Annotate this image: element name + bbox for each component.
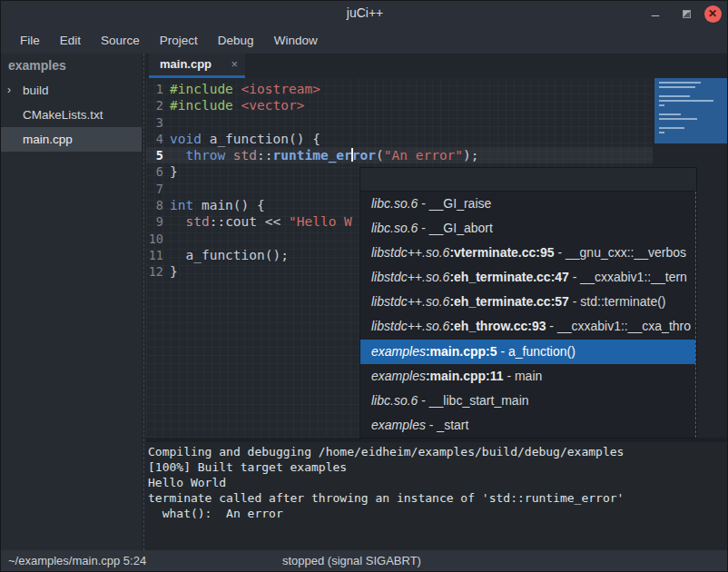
- code-token: std: [233, 148, 257, 163]
- frame-function: - main: [504, 369, 543, 383]
- code-token: [170, 148, 185, 163]
- terminal-line: terminate called after throwing an insta…: [148, 490, 728, 506]
- stack-frame-row[interactable]: examples:main.cpp:11 - main: [360, 364, 695, 389]
- frame-function: - __libc_start_main: [418, 393, 528, 408]
- terminal-output[interactable]: Compiling and debugging /home/eidheim/ex…: [146, 442, 728, 550]
- terminal-line: what(): An error: [148, 506, 728, 521]
- menu-source[interactable]: Source: [91, 30, 150, 51]
- frame-function: - a_function(): [497, 344, 576, 359]
- frame-library: libstdc++.so.6: [371, 294, 449, 309]
- frame-file: :main.cpp:5: [426, 344, 497, 359]
- frame-library: libc.so.6: [371, 196, 418, 211]
- terminal-line: [100%] Built target examples: [148, 459, 728, 475]
- code-token: runtime_er: [273, 148, 352, 163]
- tree-item-label: CMakeLists.txt: [23, 108, 103, 122]
- line-number: 12: [146, 263, 170, 280]
- frame-function: - __cxxabiv1::__cxa_thro: [546, 319, 691, 333]
- minimap-code-line: [659, 104, 664, 106]
- line-number: 3: [146, 114, 170, 131]
- code-token: <iostream>: [241, 82, 320, 96]
- terminal-line: Hello World: [148, 475, 728, 490]
- frame-file: :eh_throw.cc:93: [449, 319, 546, 333]
- code-token: throw: [185, 148, 225, 163]
- code-token: }: [170, 264, 178, 279]
- stack-trace-popup: libc.so.6 - __GI_raise libc.so.6 - __GI_…: [359, 167, 697, 439]
- tab-main-cpp[interactable]: main.cpp ×: [149, 54, 245, 78]
- frame-file: :main.cpp:11: [426, 369, 504, 383]
- frame-function: - __GI_abort: [418, 221, 493, 235]
- frame-library: libstdc++.so.6: [371, 245, 449, 260]
- status-file-location: ~/examples/main.cpp 5:24: [8, 554, 146, 567]
- stack-frame-row[interactable]: libstdc++.so.6:eh_terminate.cc:47 - __cx…: [360, 265, 695, 290]
- frame-library: examples: [371, 344, 426, 359]
- frame-function: - __GI_raise: [418, 196, 491, 211]
- code-token: );: [463, 148, 478, 163]
- juci-window: juCi++ – ✕ File Edit Source Project Debu…: [0, 0, 728, 572]
- restore-button[interactable]: [674, 1, 698, 26]
- code-token: #include: [170, 98, 241, 113]
- tab-close-icon[interactable]: ×: [225, 57, 238, 71]
- frame-library: libc.so.6: [371, 393, 418, 408]
- menu-project[interactable]: Project: [150, 30, 208, 51]
- close-button[interactable]: ✕: [703, 1, 723, 26]
- minimap-code-line: [659, 113, 681, 115]
- popup-search-entry[interactable]: [360, 168, 696, 192]
- frame-library: libstdc++.so.6: [371, 270, 449, 284]
- code-token: std: [185, 214, 209, 229]
- stack-frame-row-selected[interactable]: examples:main.cpp:5 - a_function(): [360, 340, 695, 364]
- minimize-button[interactable]: –: [644, 1, 667, 26]
- code-line-3: 3: [146, 114, 653, 131]
- stack-frame-row[interactable]: libc.so.6 - __GI_raise: [360, 192, 695, 216]
- tree-item-label: build: [23, 84, 49, 97]
- stack-frame-row[interactable]: libstdc++.so.6:eh_terminate.cc:57 - std:…: [360, 290, 695, 314]
- minimap-code-line: [659, 100, 713, 102]
- code-line-5-current: 5 throw std::runtime_error("An error");: [146, 147, 653, 163]
- menu-window[interactable]: Window: [264, 30, 328, 51]
- frame-function: - std::terminate(): [569, 294, 666, 309]
- minimap-viewport[interactable]: [654, 78, 727, 143]
- menu-file[interactable]: File: [10, 30, 50, 51]
- frame-function: - __gnu_cxx::__verbos: [555, 245, 687, 260]
- minimap-code-line: [659, 118, 697, 120]
- line-number: 5: [146, 147, 170, 163]
- stack-frame-row[interactable]: libstdc++.so.6:eh_throw.cc:93 - __cxxabi…: [360, 314, 695, 339]
- code-token: int: [170, 198, 193, 212]
- minimap-code-line: [659, 132, 664, 133]
- file-tree: examples › build CMakeLists.txt main.cpp: [1, 54, 142, 550]
- chevron-right-icon[interactable]: ›: [7, 78, 11, 103]
- code-line-4: 4void a_function() {: [146, 131, 653, 147]
- code-line-1: 1#include <iostream>: [146, 81, 653, 97]
- tree-item-cmakelists[interactable]: CMakeLists.txt: [1, 103, 142, 127]
- line-number: 7: [146, 181, 170, 197]
- frame-function: - __cxxabiv1::__tern: [569, 270, 687, 284]
- line-number: 1: [146, 81, 170, 97]
- restore-icon: [683, 10, 691, 18]
- minimap-code-line: [659, 82, 701, 84]
- menu-edit[interactable]: Edit: [50, 30, 91, 51]
- frame-function: - _start: [426, 418, 468, 432]
- line-number: 4: [146, 131, 170, 147]
- minimize-icon: –: [652, 6, 659, 22]
- stack-frame-row[interactable]: libstdc++.so.6:vterminate.cc:95 - __gnu_…: [360, 241, 695, 265]
- line-number: 10: [146, 231, 170, 247]
- code-token: a_function();: [170, 248, 289, 262]
- code-token: <vector>: [241, 98, 305, 113]
- code-token: ::cout <<: [210, 214, 289, 229]
- line-number: 9: [146, 213, 170, 230]
- statusbar: ~/examples/main.cpp 5:24 stopped (signal…: [1, 550, 728, 572]
- tree-item-build[interactable]: › build: [1, 78, 142, 103]
- tab-label: main.cpp: [160, 57, 225, 71]
- stack-frame-row[interactable]: libc.so.6 - __libc_start_main: [360, 389, 695, 413]
- window-title: juCi++: [1, 5, 728, 20]
- frame-file: :vterminate.cc:95: [449, 245, 554, 260]
- stack-frame-row[interactable]: libc.so.6 - __GI_abort: [360, 216, 695, 241]
- stack-frame-row[interactable]: examples - _start: [360, 413, 695, 438]
- tree-item-main-cpp[interactable]: main.cpp: [1, 127, 142, 152]
- titlebar[interactable]: juCi++ – ✕: [1, 1, 728, 26]
- frame-file: :eh_terminate.cc:47: [449, 270, 569, 284]
- line-number: 6: [146, 163, 170, 180]
- stack-frame-list: libc.so.6 - __GI_raise libc.so.6 - __GI_…: [360, 192, 696, 438]
- menu-debug[interactable]: Debug: [208, 30, 264, 51]
- code-token: main() {: [193, 198, 265, 212]
- minimap-code-line: [659, 95, 690, 97]
